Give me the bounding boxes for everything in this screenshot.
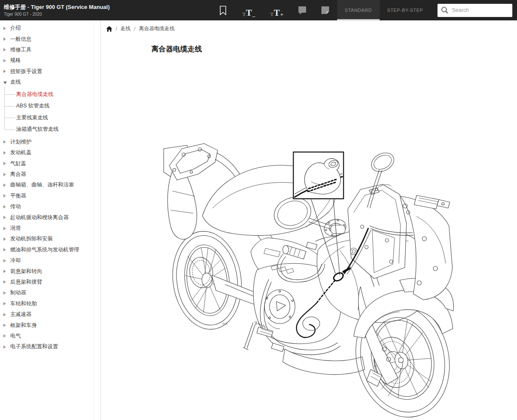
sidebar-item[interactable]: 扭矩扳手设置 bbox=[0, 66, 100, 77]
tab-step-by-step[interactable]: STEP-BY-STEP bbox=[380, 0, 431, 20]
font-size-decrease-icon[interactable]: TT_ bbox=[240, 3, 257, 17]
chevron-right-icon bbox=[3, 205, 6, 209]
sidebar-item[interactable]: 发动机拆卸和安装 bbox=[0, 234, 100, 244]
sidebar-item[interactable]: 前悬架和转向 bbox=[0, 266, 100, 276]
chevron-right-icon bbox=[3, 313, 6, 316]
sidebar-item[interactable]: 走线 bbox=[0, 77, 100, 87]
sidebar-item[interactable]: 传动 bbox=[0, 201, 100, 212]
sidebar-subitem[interactable]: ABS 软管走线 bbox=[16, 100, 100, 112]
chevron-right-icon bbox=[3, 237, 6, 241]
manual-title-block: 维修手册 - Tiger 900 GT (Service Manual) Tig… bbox=[4, 4, 144, 17]
sidebar-item[interactable]: 一般信息 bbox=[0, 34, 100, 44]
sidebar-item[interactable]: 主减速器 bbox=[0, 309, 100, 320]
sidebar-item[interactable]: 平衡器 bbox=[0, 191, 100, 201]
sidebar-item[interactable]: 起动机驱动和楔块离合器 bbox=[0, 212, 100, 223]
chevron-right-icon bbox=[3, 345, 6, 349]
chevron-right-icon bbox=[3, 216, 6, 219]
chevron-right-icon bbox=[3, 140, 6, 144]
chevron-right-icon bbox=[3, 48, 6, 51]
sidebar-item-label: 框架和车身 bbox=[10, 322, 37, 329]
sidebar-item[interactable]: 电子系统配置和设置 bbox=[0, 341, 100, 352]
sidebar-item[interactable]: 车轮和轮胎 bbox=[0, 299, 100, 309]
sidebar-item[interactable]: 维修工具 bbox=[0, 45, 100, 55]
sidebar-item[interactable]: 介绍 bbox=[0, 23, 100, 34]
note-icon[interactable] bbox=[319, 3, 331, 17]
sidebar-subitem-label: 离合器电缆走线 bbox=[16, 91, 54, 98]
chevron-right-icon bbox=[3, 334, 6, 338]
sidebar-item-label: 发动机拆卸和安装 bbox=[10, 235, 53, 242]
sidebar-item[interactable]: 冷却 bbox=[0, 255, 100, 266]
bookmark-icon[interactable] bbox=[217, 3, 229, 17]
breadcrumb-link[interactable]: 走线 bbox=[120, 25, 131, 32]
sidebar-item-label: 润滑 bbox=[10, 225, 21, 232]
chevron-right-icon bbox=[3, 70, 6, 73]
sidebar-item-label: 冷却 bbox=[10, 257, 21, 264]
sidebar-children: 离合器电缆走线ABS 软管走线主要线束走线油箱通气软管走线 bbox=[0, 88, 100, 135]
search-input[interactable] bbox=[451, 7, 512, 14]
sidebar-item[interactable]: 制动器 bbox=[0, 288, 100, 298]
chevron-right-icon bbox=[3, 27, 6, 30]
sidebar-item[interactable]: 离合器 bbox=[0, 169, 100, 180]
sidebar-item-label: 一般信息 bbox=[10, 36, 31, 43]
sidebar-item[interactable]: 气缸盖 bbox=[0, 158, 100, 169]
sidebar-item-label: 前悬架和转向 bbox=[10, 268, 42, 275]
sidebar-item[interactable]: 润滑 bbox=[0, 223, 100, 234]
sidebar-item-label: 维修工具 bbox=[10, 46, 31, 54]
breadcrumb-link[interactable]: 离合器电缆走线 bbox=[139, 25, 175, 32]
chevron-right-icon bbox=[3, 173, 6, 176]
sidebar-item-label: 离合器 bbox=[10, 171, 26, 178]
chevron-right-icon bbox=[3, 59, 6, 62]
detail-inset bbox=[293, 152, 344, 199]
font-size-increase-icon[interactable]: TT+ bbox=[268, 3, 285, 17]
sidebar-item-label: 主减速器 bbox=[10, 311, 31, 318]
sidebar-item-label: 车轮和轮胎 bbox=[10, 300, 37, 307]
clutch-cable-routing-figure: ⓒ℗ bbox=[162, 140, 455, 420]
toc-sidebar: 介绍一般信息维修工具规格扭矩扳手设置走线离合器电缆走线ABS 软管走线主要线束走… bbox=[0, 20, 101, 420]
page-title: 离合器电缆走线 bbox=[151, 44, 202, 54]
sidebar-item-label: 起动机驱动和楔块离合器 bbox=[10, 214, 69, 221]
header-toolbar: TT_ TT+ bbox=[217, 3, 331, 17]
sidebar-subitem[interactable]: 主要线束走线 bbox=[16, 112, 100, 124]
chevron-right-icon bbox=[3, 37, 6, 41]
sidebar-item-label: 传动 bbox=[10, 203, 21, 210]
breadcrumb-separator: / bbox=[116, 26, 117, 32]
sidebar-item-label: 介绍 bbox=[10, 25, 21, 32]
sidebar-subitem[interactable]: 离合器电缆走线 bbox=[16, 88, 100, 100]
sidebar-item[interactable]: 框架和车身 bbox=[0, 320, 100, 330]
sidebar-item-label: 平衡器 bbox=[10, 192, 26, 200]
sidebar-item[interactable]: 规格 bbox=[0, 55, 100, 66]
tab-standard[interactable]: STANDARD bbox=[337, 0, 380, 20]
sidebar-item-label: 计划维护 bbox=[10, 138, 31, 146]
home-icon[interactable] bbox=[106, 26, 112, 32]
sidebar-item-label: 电子系统配置和设置 bbox=[10, 343, 58, 350]
sidebar-item-label: 后悬架和摆臂 bbox=[10, 279, 42, 286]
sidebar-subitem[interactable]: 油箱通气软管走线 bbox=[16, 124, 100, 135]
chevron-right-icon bbox=[3, 302, 6, 305]
sidebar-item[interactable]: 计划维护 bbox=[0, 137, 100, 147]
chevron-right-icon bbox=[3, 270, 6, 273]
sidebar-item-label: 电气 bbox=[10, 333, 21, 340]
app-header: 维修手册 - Tiger 900 GT (Service Manual) Tig… bbox=[0, 0, 517, 20]
sidebar-item[interactable]: 后悬架和摆臂 bbox=[0, 277, 100, 288]
comment-icon[interactable] bbox=[296, 3, 308, 17]
sidebar-item-label: 扭矩扳手设置 bbox=[10, 68, 42, 75]
search-icon bbox=[441, 6, 449, 14]
sidebar-subitem-label: ABS 软管走线 bbox=[16, 102, 50, 110]
sidebar-item[interactable]: 电气 bbox=[0, 331, 100, 341]
sidebar-item[interactable]: 燃油和排气系统与发动机管理 bbox=[0, 245, 100, 255]
rear-wheel bbox=[167, 227, 248, 334]
chevron-right-icon bbox=[3, 227, 6, 230]
sidebar-subitem-label: 主要线束走线 bbox=[16, 114, 48, 121]
chevron-down-icon bbox=[3, 82, 7, 84]
chevron-right-icon bbox=[3, 291, 6, 295]
manual-subtitle: Tiger 900 GT - 2020 bbox=[4, 12, 144, 17]
sidebar-item-label: 燃油和排气系统与发动机管理 bbox=[10, 246, 80, 254]
view-mode-tabs: STANDARDSTEP-BY-STEP bbox=[337, 0, 431, 20]
breadcrumb: /走线/离合器电缆走线 bbox=[106, 25, 175, 32]
chevron-right-icon bbox=[3, 280, 6, 284]
search-box bbox=[437, 4, 512, 17]
sidebar-item[interactable]: 发动机盖 bbox=[0, 147, 100, 158]
sidebar-item[interactable]: 曲轴箱、曲轴、连杆和活塞 bbox=[0, 180, 100, 190]
breadcrumb-separator: / bbox=[134, 26, 135, 32]
sidebar-nav: 介绍一般信息维修工具规格扭矩扳手设置走线离合器电缆走线ABS 软管走线主要线束走… bbox=[0, 20, 100, 352]
